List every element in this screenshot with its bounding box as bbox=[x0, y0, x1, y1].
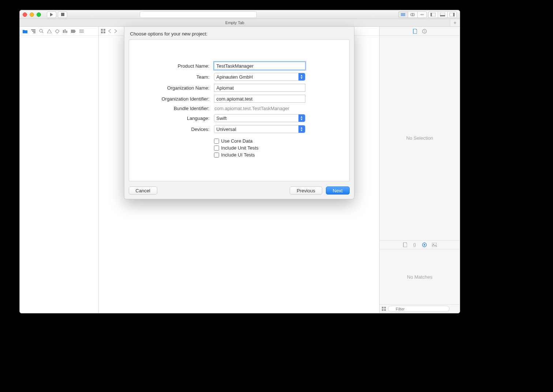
svg-rect-34 bbox=[382, 307, 384, 309]
plus-icon: + bbox=[454, 20, 456, 26]
team-label: Team: bbox=[140, 74, 210, 80]
chevron-up-down-icon: ▲▼ bbox=[298, 73, 305, 80]
org-id-input[interactable] bbox=[214, 95, 305, 103]
inspector-selector[interactable]: ? bbox=[380, 27, 460, 36]
code-snippet-library-icon[interactable]: {} bbox=[412, 243, 417, 247]
ui-tests-checkbox[interactable] bbox=[214, 152, 219, 158]
svg-rect-1 bbox=[401, 13, 405, 14]
debug-navigator-icon[interactable] bbox=[63, 29, 67, 33]
product-name-input[interactable] bbox=[214, 62, 305, 70]
standard-editor-icon[interactable] bbox=[398, 11, 408, 18]
ui-tests-label: Include UI Tests bbox=[221, 152, 255, 158]
svg-rect-19 bbox=[66, 31, 67, 33]
forward-icon[interactable] bbox=[114, 29, 117, 33]
file-inspector-icon[interactable] bbox=[413, 29, 417, 34]
version-editor-icon[interactable] bbox=[417, 11, 427, 18]
back-icon[interactable] bbox=[108, 29, 111, 33]
unit-tests-label: Include Unit Tests bbox=[221, 145, 259, 151]
svg-rect-2 bbox=[401, 14, 405, 15]
issue-navigator-icon[interactable] bbox=[47, 29, 52, 33]
source-control-navigator-icon[interactable] bbox=[31, 29, 35, 33]
sheet-body: Product Name: Team: Apinauten GmbH ▲▼ bbox=[129, 39, 350, 181]
svg-rect-11 bbox=[453, 13, 455, 16]
svg-point-31 bbox=[424, 244, 425, 246]
add-tab-button[interactable]: + bbox=[450, 19, 460, 26]
unit-tests-checkbox[interactable] bbox=[214, 146, 219, 151]
previous-button[interactable]: Previous bbox=[290, 186, 322, 195]
next-button[interactable]: Next bbox=[326, 186, 350, 195]
tab-bar: Empty Tab + bbox=[20, 19, 460, 27]
xcode-window: Empty Tab + bbox=[19, 10, 460, 313]
library-selector[interactable]: {} bbox=[380, 240, 460, 249]
svg-rect-37 bbox=[384, 309, 386, 311]
navigator-selector[interactable] bbox=[20, 27, 98, 36]
navigator-pane bbox=[20, 27, 99, 313]
svg-rect-9 bbox=[440, 15, 445, 16]
svg-text:?: ? bbox=[423, 30, 425, 33]
object-library-icon[interactable] bbox=[422, 242, 427, 247]
project-navigator-icon[interactable] bbox=[23, 29, 27, 33]
titlebar bbox=[20, 10, 460, 19]
svg-rect-18 bbox=[65, 29, 66, 33]
toggle-debug-icon[interactable] bbox=[438, 11, 447, 18]
svg-line-16 bbox=[42, 32, 43, 33]
toggle-inspector-icon[interactable] bbox=[447, 11, 457, 18]
media-library-icon[interactable] bbox=[432, 243, 437, 247]
cancel-button[interactable]: Cancel bbox=[129, 186, 157, 195]
svg-rect-7 bbox=[430, 13, 432, 16]
team-value: Apinauten GmbH bbox=[217, 74, 253, 80]
inspector-pane: ? No Selection {} bbox=[379, 27, 460, 313]
editor-pane: Choose options for your new project: Pro… bbox=[99, 27, 379, 313]
svg-rect-20 bbox=[79, 30, 84, 30]
chevron-up-down-icon: ▲▼ bbox=[298, 125, 305, 133]
inspector-body: No Selection bbox=[380, 36, 460, 240]
devices-select[interactable]: Universal ▲▼ bbox=[214, 125, 305, 133]
breakpoint-navigator-icon[interactable] bbox=[71, 30, 76, 33]
svg-rect-14 bbox=[33, 32, 35, 33]
no-selection-label: No Selection bbox=[406, 135, 433, 141]
svg-text:{}: {} bbox=[413, 243, 416, 247]
svg-rect-36 bbox=[382, 309, 384, 311]
new-project-sheet: Choose options for your new project: Pro… bbox=[124, 27, 354, 199]
find-navigator-icon[interactable] bbox=[39, 29, 44, 33]
svg-rect-0 bbox=[61, 13, 64, 16]
team-select[interactable]: Apinauten GmbH ▲▼ bbox=[214, 73, 305, 81]
activity-view bbox=[140, 11, 257, 18]
no-matches-label: No Matches bbox=[407, 274, 432, 280]
minimize-icon[interactable] bbox=[30, 12, 34, 17]
toggle-navigator-icon[interactable] bbox=[428, 11, 438, 18]
file-template-library-icon[interactable] bbox=[403, 242, 407, 247]
tab-label: Empty Tab bbox=[225, 20, 244, 25]
grid-icon[interactable] bbox=[382, 307, 386, 311]
tab-empty[interactable]: Empty Tab bbox=[20, 19, 450, 26]
report-navigator-icon[interactable] bbox=[79, 30, 84, 33]
svg-rect-32 bbox=[432, 243, 437, 247]
related-items-icon[interactable] bbox=[101, 29, 105, 33]
library-filter-input[interactable] bbox=[388, 306, 449, 312]
org-name-input[interactable] bbox=[214, 84, 305, 92]
org-id-label: Organization Identifier: bbox=[140, 96, 210, 102]
quick-help-icon[interactable]: ? bbox=[422, 29, 427, 34]
panels-segmented[interactable] bbox=[428, 11, 457, 18]
language-label: Language: bbox=[140, 116, 210, 121]
zoom-icon[interactable] bbox=[37, 12, 41, 17]
run-button[interactable] bbox=[47, 11, 56, 18]
core-data-checkbox[interactable] bbox=[214, 139, 219, 144]
svg-rect-26 bbox=[104, 31, 105, 33]
svg-point-15 bbox=[40, 29, 42, 32]
svg-rect-12 bbox=[31, 29, 35, 30]
library-filter: ◉ bbox=[380, 304, 460, 313]
language-select[interactable]: Swift ▲▼ bbox=[214, 114, 305, 122]
svg-rect-35 bbox=[384, 307, 386, 309]
sheet-buttons: Cancel Previous Next bbox=[129, 186, 350, 195]
sheet-title: Choose options for your new project: bbox=[130, 31, 350, 37]
svg-rect-25 bbox=[101, 31, 103, 33]
stop-button[interactable] bbox=[58, 11, 67, 18]
chevron-up-down-icon: ▲▼ bbox=[298, 114, 305, 122]
svg-rect-22 bbox=[79, 32, 84, 33]
editor-mode-segmented[interactable] bbox=[398, 11, 427, 18]
test-navigator-icon[interactable] bbox=[55, 29, 59, 33]
assistant-editor-icon[interactable] bbox=[408, 11, 417, 18]
close-icon[interactable] bbox=[23, 12, 27, 17]
cancel-label: Cancel bbox=[136, 188, 150, 193]
